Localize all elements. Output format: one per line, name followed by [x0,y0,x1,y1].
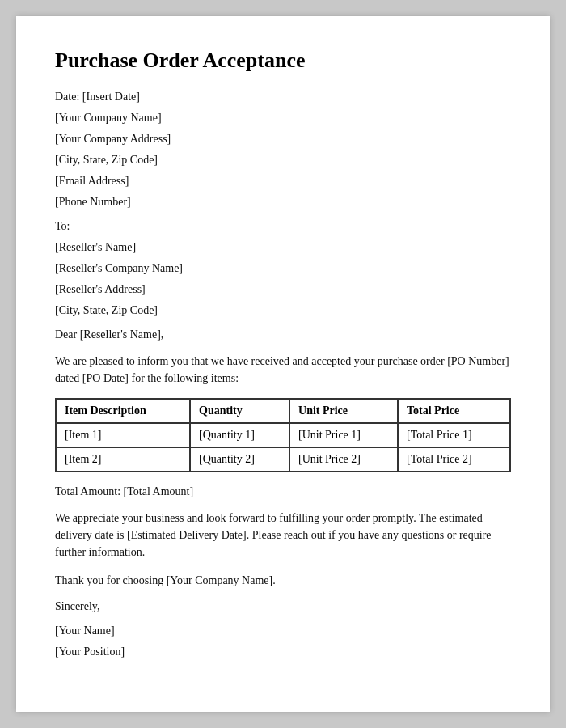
total-amount: Total Amount: [Total Amount] [55,485,511,498]
thank-you-text: Thank you for choosing [Your Company Nam… [55,572,511,589]
sincerely-label: Sincerely, [55,600,511,613]
table-row: [Item 1][Quantity 1][Unit Price 1][Total… [56,423,510,447]
email-field: [Email Address] [55,175,511,188]
your-position-field: [Your Position] [55,645,511,658]
col-header-total-price: Total Price [398,399,510,423]
document-page: Purchase Order Acceptance Date: [Insert … [16,16,550,712]
table-cell: [Item 1] [56,423,190,447]
table-cell: [Total Price 2] [398,447,510,472]
closing-text: We appreciate your business and look for… [55,510,511,561]
company-address-field: [Your Company Address] [55,133,511,146]
reseller-address-field: [Reseller's Address] [55,283,511,296]
date-field: Date: [Insert Date] [55,91,511,104]
intro-text: We are pleased to inform you that we hav… [55,353,511,387]
table-cell: [Unit Price 2] [289,447,398,472]
table-cell: [Quantity 1] [190,423,289,447]
reseller-name-field: [Reseller's Name] [55,241,511,254]
table-body: [Item 1][Quantity 1][Unit Price 1][Total… [56,423,510,472]
your-name-field: [Your Name] [55,624,511,637]
table-cell: [Unit Price 1] [289,423,398,447]
table-cell: [Total Price 1] [398,423,510,447]
company-name-field: [Your Company Name] [55,112,511,125]
table-header-row: Item Description Quantity Unit Price Tot… [56,399,510,423]
reseller-company-field: [Reseller's Company Name] [55,262,511,275]
col-header-quantity: Quantity [190,399,289,423]
items-table: Item Description Quantity Unit Price Tot… [55,398,511,472]
city-state-zip-1-field: [City, State, Zip Code] [55,154,511,167]
city-state-zip-2-field: [City, State, Zip Code] [55,304,511,317]
col-header-unit-price: Unit Price [289,399,398,423]
table-cell: [Quantity 2] [190,447,289,472]
page-title: Purchase Order Acceptance [55,49,511,73]
table-row: [Item 2][Quantity 2][Unit Price 2][Total… [56,447,510,472]
col-header-item: Item Description [56,399,190,423]
table-cell: [Item 2] [56,447,190,472]
dear-field: Dear [Reseller's Name], [55,328,511,341]
phone-field: [Phone Number] [55,196,511,209]
to-label: To: [55,220,511,233]
